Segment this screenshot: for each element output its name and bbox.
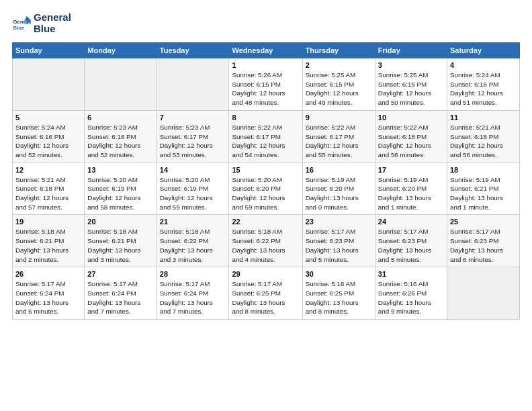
calendar-cell [447,267,519,320]
calendar-cell: 8Sunrise: 5:22 AM Sunset: 6:17 PM Daylig… [229,110,302,163]
day-number: 31 [378,270,444,278]
calendar-header-friday: Friday [375,43,447,58]
day-number: 19 [15,218,81,226]
calendar-cell: 25Sunrise: 5:17 AM Sunset: 6:23 PM Dayli… [447,215,519,267]
calendar-week-5: 26Sunrise: 5:17 AM Sunset: 6:24 PM Dayli… [13,267,520,320]
calendar-cell: 6Sunrise: 5:23 AM Sunset: 6:16 PM Daylig… [85,110,157,163]
calendar-header-thursday: Thursday [302,43,375,58]
day-number: 27 [87,270,153,278]
calendar-header-row: SundayMondayTuesdayWednesdayThursdayFrid… [13,43,520,58]
calendar-cell: 23Sunrise: 5:17 AM Sunset: 6:23 PM Dayli… [302,215,375,267]
day-number: 4 [450,61,517,69]
calendar-cell: 26Sunrise: 5:17 AM Sunset: 6:24 PM Dayli… [13,267,85,320]
calendar-header-saturday: Saturday [447,43,519,58]
day-info: Sunrise: 5:17 AM Sunset: 6:24 PM Dayligh… [87,279,153,316]
day-info: Sunrise: 5:22 AM Sunset: 6:18 PM Dayligh… [378,123,444,160]
calendar-cell: 19Sunrise: 5:18 AM Sunset: 6:21 PM Dayli… [13,215,85,267]
calendar-cell: 22Sunrise: 5:18 AM Sunset: 6:22 PM Dayli… [229,215,302,267]
day-info: Sunrise: 5:17 AM Sunset: 6:23 PM Dayligh… [378,227,444,264]
day-info: Sunrise: 5:16 AM Sunset: 6:25 PM Dayligh… [306,279,372,316]
calendar-cell: 2Sunrise: 5:25 AM Sunset: 6:15 PM Daylig… [302,58,375,111]
day-number: 14 [160,166,226,174]
day-info: Sunrise: 5:21 AM Sunset: 6:18 PM Dayligh… [15,175,81,212]
day-info: Sunrise: 5:23 AM Sunset: 6:17 PM Dayligh… [160,123,226,160]
day-info: Sunrise: 5:17 AM Sunset: 6:24 PM Dayligh… [160,279,226,316]
calendar-cell: 11Sunrise: 5:21 AM Sunset: 6:18 PM Dayli… [447,110,519,163]
day-info: Sunrise: 5:25 AM Sunset: 6:15 PM Dayligh… [306,71,372,107]
calendar-cell: 24Sunrise: 5:17 AM Sunset: 6:23 PM Dayli… [375,215,447,267]
day-info: Sunrise: 5:19 AM Sunset: 6:20 PM Dayligh… [306,175,372,212]
calendar-cell: 18Sunrise: 5:19 AM Sunset: 6:21 PM Dayli… [447,163,519,215]
calendar-cell: 17Sunrise: 5:19 AM Sunset: 6:20 PM Dayli… [375,163,447,215]
day-number: 26 [15,270,81,278]
day-number: 25 [450,218,517,226]
day-info: Sunrise: 5:19 AM Sunset: 6:21 PM Dayligh… [450,175,517,212]
calendar-week-1: 1Sunrise: 5:26 AM Sunset: 6:15 PM Daylig… [13,58,520,111]
day-number: 30 [306,270,372,278]
day-number: 7 [160,113,226,122]
day-number: 10 [378,113,444,122]
day-info: Sunrise: 5:26 AM Sunset: 6:15 PM Dayligh… [232,71,299,107]
calendar-cell: 30Sunrise: 5:16 AM Sunset: 6:25 PM Dayli… [302,267,375,320]
day-info: Sunrise: 5:18 AM Sunset: 6:21 PM Dayligh… [15,227,81,264]
logo-icon: General Blue [12,14,31,33]
day-info: Sunrise: 5:24 AM Sunset: 6:16 PM Dayligh… [450,71,517,107]
calendar-cell: 21Sunrise: 5:18 AM Sunset: 6:22 PM Dayli… [157,215,229,267]
calendar-cell: 5Sunrise: 5:24 AM Sunset: 6:16 PM Daylig… [13,110,85,163]
calendar-cell: 16Sunrise: 5:19 AM Sunset: 6:20 PM Dayli… [302,163,375,215]
day-info: Sunrise: 5:18 AM Sunset: 6:22 PM Dayligh… [232,227,299,264]
day-number: 22 [232,218,299,226]
svg-text:Blue: Blue [13,24,26,30]
day-info: Sunrise: 5:18 AM Sunset: 6:21 PM Dayligh… [87,227,153,264]
calendar-cell [85,58,157,111]
calendar-cell: 14Sunrise: 5:20 AM Sunset: 6:19 PM Dayli… [157,163,229,215]
day-number: 1 [232,61,299,69]
day-number: 17 [378,166,444,174]
day-number: 21 [160,218,226,226]
day-info: Sunrise: 5:17 AM Sunset: 6:23 PM Dayligh… [306,227,372,264]
day-number: 23 [306,218,372,226]
day-number: 5 [15,113,81,122]
day-info: Sunrise: 5:17 AM Sunset: 6:23 PM Dayligh… [450,227,517,264]
day-info: Sunrise: 5:20 AM Sunset: 6:19 PM Dayligh… [160,175,226,212]
day-info: Sunrise: 5:25 AM Sunset: 6:15 PM Dayligh… [378,71,444,107]
day-info: Sunrise: 5:17 AM Sunset: 6:24 PM Dayligh… [15,279,81,316]
day-info: Sunrise: 5:18 AM Sunset: 6:22 PM Dayligh… [160,227,226,264]
calendar-cell: 31Sunrise: 5:16 AM Sunset: 6:26 PM Dayli… [375,267,447,320]
day-number: 3 [378,61,444,69]
day-info: Sunrise: 5:19 AM Sunset: 6:20 PM Dayligh… [378,175,444,212]
calendar-cell: 1Sunrise: 5:26 AM Sunset: 6:15 PM Daylig… [229,58,302,111]
day-info: Sunrise: 5:17 AM Sunset: 6:25 PM Dayligh… [232,279,299,316]
day-number: 9 [306,113,372,122]
day-info: Sunrise: 5:20 AM Sunset: 6:19 PM Dayligh… [87,175,153,212]
day-info: Sunrise: 5:21 AM Sunset: 6:18 PM Dayligh… [450,123,517,160]
header: General Blue General Blue [12,12,520,34]
day-info: Sunrise: 5:20 AM Sunset: 6:20 PM Dayligh… [232,175,299,212]
calendar-cell: 20Sunrise: 5:18 AM Sunset: 6:21 PM Dayli… [85,215,157,267]
day-number: 2 [306,61,372,69]
day-number: 18 [450,166,517,174]
calendar-cell [13,58,85,111]
day-info: Sunrise: 5:22 AM Sunset: 6:17 PM Dayligh… [232,123,299,160]
calendar-cell: 28Sunrise: 5:17 AM Sunset: 6:24 PM Dayli… [157,267,229,320]
logo: General Blue General Blue [12,12,71,34]
day-number: 16 [306,166,372,174]
calendar-header-tuesday: Tuesday [157,43,229,58]
calendar-cell: 15Sunrise: 5:20 AM Sunset: 6:20 PM Dayli… [229,163,302,215]
calendar-week-2: 5Sunrise: 5:24 AM Sunset: 6:16 PM Daylig… [13,110,520,163]
day-number: 15 [232,166,299,174]
day-info: Sunrise: 5:16 AM Sunset: 6:26 PM Dayligh… [378,279,444,316]
day-number: 20 [87,218,153,226]
calendar-table: SundayMondayTuesdayWednesdayThursdayFrid… [12,42,520,320]
day-number: 8 [232,113,299,122]
day-number: 13 [87,166,153,174]
day-number: 28 [160,270,226,278]
calendar-cell: 3Sunrise: 5:25 AM Sunset: 6:15 PM Daylig… [375,58,447,111]
calendar-header-sunday: Sunday [13,43,85,58]
logo-text-line1: General [34,12,71,24]
calendar-week-4: 19Sunrise: 5:18 AM Sunset: 6:21 PM Dayli… [13,215,520,267]
logo-text-line2: Blue [34,24,71,35]
calendar-cell: 29Sunrise: 5:17 AM Sunset: 6:25 PM Dayli… [229,267,302,320]
calendar-header-wednesday: Wednesday [229,43,302,58]
page: General Blue General Blue SundayMondayTu… [0,0,532,411]
